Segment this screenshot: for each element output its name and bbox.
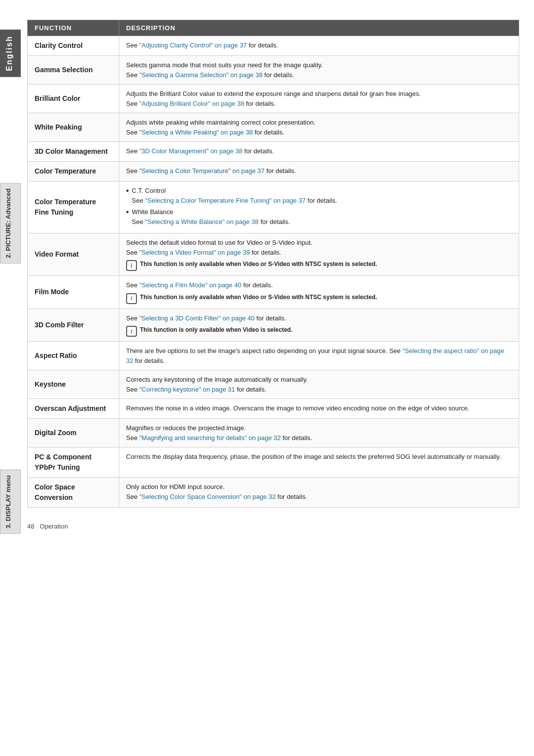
function-header: Function xyxy=(28,20,119,36)
sidebar-display-label: 3. DISPLAY menu xyxy=(0,470,21,534)
table-row: PC & Component YPbPr TuningCorrects the … xyxy=(28,447,519,478)
description-cell: •C.T. ControlSee "Selecting a Color Temp… xyxy=(119,181,519,233)
table-row: Color Space ConversionOnly action for HD… xyxy=(28,478,519,508)
table-row: Digital ZoomMagnifies or reduces the pro… xyxy=(28,419,519,447)
page-number: 48 xyxy=(27,523,34,530)
table-row: KeystoneCorrects any keystoning of the i… xyxy=(28,370,519,399)
function-cell: Video Format xyxy=(28,233,119,276)
page-label: Operation xyxy=(40,523,68,530)
table-row: 3D Color ManagementSee "3D Color Managem… xyxy=(28,142,519,162)
description-cell: See "Selecting a Color Temperature" on p… xyxy=(119,162,519,181)
table-row: 3D Comb FilterSee "Selecting a 3D Comb F… xyxy=(28,309,519,342)
sidebar-picture-label: 2. PICTURE: Advanced xyxy=(0,183,21,264)
table-row: Aspect RatioThere are five options to se… xyxy=(28,342,519,370)
table-row: Color TemperatureSee "Selecting a Color … xyxy=(28,162,519,181)
description-cell: See "Adjusting Clarity Control" on page … xyxy=(119,36,519,56)
function-cell: Color Temperature Fine Tuning xyxy=(28,181,119,233)
function-cell: Aspect Ratio xyxy=(28,342,119,370)
description-cell: Magnifies or reduces the projected image… xyxy=(119,419,519,447)
sidebar-label: English 2. PICTURE: Advanced 3. DISPLAY … xyxy=(0,0,21,756)
page-footer: 48 Operation xyxy=(27,523,534,530)
table-row: Color Temperature Fine Tuning•C.T. Contr… xyxy=(28,181,519,233)
description-cell: Selects gamma mode that most suits your … xyxy=(119,56,519,85)
function-cell: 3D Color Management xyxy=(28,142,119,162)
description-cell: Adjusts white peaking while maintaining … xyxy=(119,113,519,142)
function-cell: Clarity Control xyxy=(28,36,119,56)
description-cell: See "Selecting a Film Mode" on page 40 f… xyxy=(119,276,519,309)
description-cell: Selects the default video format to use … xyxy=(119,233,519,276)
description-cell: There are five options to set the image'… xyxy=(119,342,519,370)
table-row: Overscan AdjustmentRemoves the noise in … xyxy=(28,399,519,419)
function-cell: Gamma Selection xyxy=(28,56,119,85)
table-row: Clarity ControlSee "Adjusting Clarity Co… xyxy=(28,36,519,56)
features-table: Function Description Clarity ControlSee … xyxy=(27,20,519,508)
function-cell: Digital Zoom xyxy=(28,419,119,447)
description-cell: Adjusts the Brilliant Color value to ext… xyxy=(119,85,519,113)
function-cell: Overscan Adjustment xyxy=(28,399,119,419)
description-cell: See "3D Color Management" on page 38 for… xyxy=(119,142,519,162)
description-cell: Only action for HDMI Input source.See "S… xyxy=(119,478,519,508)
function-cell: Film Mode xyxy=(28,276,119,309)
function-cell: Color Temperature xyxy=(28,162,119,181)
sidebar-english-label: English xyxy=(0,30,21,77)
table-row: Video FormatSelects the default video fo… xyxy=(28,233,519,276)
function-cell: 3D Comb Filter xyxy=(28,309,119,342)
table-row: Gamma SelectionSelects gamma mode that m… xyxy=(28,56,519,85)
table-row: White PeakingAdjusts white peaking while… xyxy=(28,113,519,142)
function-cell: Keystone xyxy=(28,370,119,399)
description-cell: Corrects the display data frequency, pha… xyxy=(119,447,519,478)
description-header: Description xyxy=(119,20,519,36)
table-row: Brilliant ColorAdjusts the Brilliant Col… xyxy=(28,85,519,113)
function-cell: Color Space Conversion xyxy=(28,478,119,508)
function-cell: White Peaking xyxy=(28,113,119,142)
description-cell: Removes the noise in a video image. Over… xyxy=(119,399,519,419)
description-cell: Corrects any keystoning of the image aut… xyxy=(119,370,519,399)
main-content: Function Description Clarity ControlSee … xyxy=(27,20,519,508)
table-row: Film ModeSee "Selecting a Film Mode" on … xyxy=(28,276,519,309)
function-cell: PC & Component YPbPr Tuning xyxy=(28,447,119,478)
description-cell: See "Selecting a 3D Comb Filter" on page… xyxy=(119,309,519,342)
function-cell: Brilliant Color xyxy=(28,85,119,113)
page-container: English 2. PICTURE: Advanced 3. DISPLAY … xyxy=(0,0,534,756)
